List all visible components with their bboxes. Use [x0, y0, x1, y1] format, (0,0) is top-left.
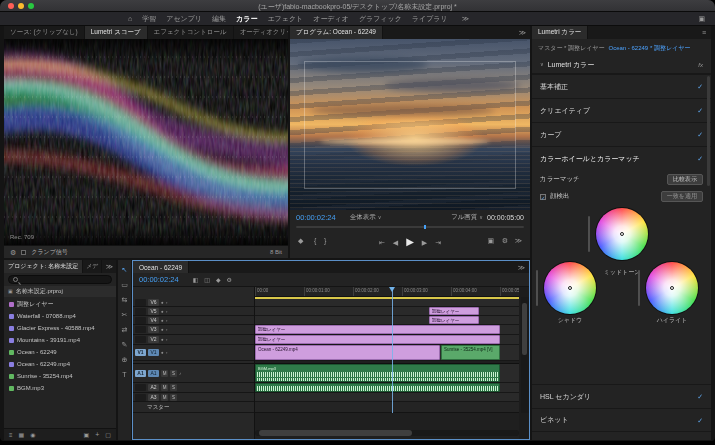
go-to-in-icon[interactable]: ⇤ — [379, 239, 385, 246]
section-basic-correction[interactable]: 基本補正✓ — [532, 74, 711, 98]
track-a1[interactable]: BGM.mp3 — [255, 363, 519, 383]
mute-button[interactable]: M — [161, 384, 168, 391]
minimize-window-button[interactable] — [18, 3, 24, 9]
clip-adjustment-layer[interactable]: 調整レイヤー — [429, 316, 479, 324]
section-hsl-secondary[interactable]: HSL セカンダリ✓ — [532, 384, 711, 408]
tab-source-monitor[interactable]: ソース: (クリップなし) — [4, 26, 85, 39]
effect-name[interactable]: Lumetri カラー — [548, 60, 595, 70]
label-swatch[interactable] — [9, 386, 14, 391]
track-output-icon[interactable]: ● — [161, 309, 164, 314]
label-swatch[interactable] — [9, 302, 14, 307]
timeline-overflow-icon[interactable]: ≫ — [518, 264, 525, 271]
track-header-v5[interactable]: V5 ● ▫ — [133, 307, 254, 316]
section-curves[interactable]: カーブ✓ — [532, 122, 711, 146]
list-item[interactable]: BGM.mp3 — [4, 382, 116, 394]
mute-button[interactable]: M — [161, 394, 168, 401]
highlights-wheel[interactable] — [646, 262, 698, 314]
voiceover-mic-icon[interactable]: ♪ — [179, 371, 181, 376]
tab-lumetri-color[interactable]: Lumetri カラー — [532, 26, 588, 39]
clip-adjustment-layer[interactable]: 調整レイヤー — [255, 325, 500, 334]
chevron-down-icon[interactable]: ∨ — [540, 62, 544, 67]
sequence-clip-label[interactable]: Ocean - 62249 * 調整レイヤー — [609, 44, 691, 53]
face-detect-checkbox[interactable]: ✓ — [540, 194, 546, 200]
horizontal-scroll-thumb[interactable] — [259, 430, 412, 436]
track-header-a1[interactable]: A1 A1 M S ♪ — [133, 363, 254, 383]
track-a3[interactable] — [255, 393, 519, 402]
mark-in-icon[interactable]: { — [314, 237, 316, 244]
track-lock-icon[interactable]: ▫ — [166, 327, 168, 332]
track-area[interactable]: 00:00 00:00:01:00 00:00:02:00 00:00:03:0… — [255, 287, 519, 439]
monitor-settings-icon[interactable]: ⚙ — [502, 237, 508, 244]
check-icon[interactable]: ✓ — [697, 107, 703, 114]
selection-tool-icon[interactable]: ↖ — [122, 266, 128, 274]
check-icon[interactable]: ✓ — [697, 393, 703, 400]
check-icon[interactable]: ✓ — [697, 83, 703, 90]
workspace-edit[interactable]: 編集 — [212, 14, 226, 24]
timeline-ruler[interactable]: 00:00 00:00:01:00 00:00:02:00 00:00:03:0… — [255, 287, 519, 297]
apply-match-button[interactable]: 一致を適用 — [661, 191, 703, 203]
highlights-slider[interactable] — [638, 270, 640, 306]
export-frame-icon[interactable]: ▣ — [487, 237, 494, 244]
track-header-v6[interactable]: V6 ● ▫ — [133, 299, 254, 307]
clip-adjustment-layer[interactable]: 調整レイヤー — [255, 335, 500, 344]
hand-zoom-tool-icon[interactable]: ⊕ — [122, 356, 128, 364]
solo-button[interactable]: S — [170, 370, 177, 377]
track-header-v4[interactable]: V4 ● ▫ — [133, 316, 254, 325]
section-creative[interactable]: クリエイティブ✓ — [532, 98, 711, 122]
zoom-level-select[interactable]: 全体表示∨ — [350, 213, 382, 222]
vertical-scrollbar[interactable] — [521, 297, 529, 413]
mini-playhead[interactable] — [424, 225, 426, 229]
icon-view-icon[interactable]: ▦ — [19, 432, 25, 438]
zoom-window-button[interactable] — [28, 3, 34, 9]
panels-icon[interactable]: ▣ — [698, 15, 705, 22]
track-output-icon[interactable]: ● — [161, 337, 164, 342]
clip-audio-secondary[interactable] — [255, 383, 500, 392]
timeline-settings-icon[interactable]: ⚙ — [227, 277, 232, 283]
shadows-wheel[interactable] — [544, 262, 596, 314]
label-swatch[interactable] — [9, 374, 14, 379]
track-header-a3[interactable]: A3 M S — [133, 393, 254, 402]
workspace-color[interactable]: カラー — [236, 14, 257, 24]
workspace-assembly[interactable]: アセンブリ — [166, 14, 202, 24]
track-select-tool-icon[interactable]: ▭ — [121, 281, 128, 289]
clip-adjustment-layer[interactable]: 調整レイヤー — [429, 307, 479, 315]
tab-lumetri-scopes[interactable]: Lumetri スコープ — [85, 26, 148, 39]
list-view-icon[interactable]: ≡ — [9, 432, 13, 438]
new-bin-icon[interactable]: ▣ — [84, 432, 90, 438]
track-header-v2[interactable]: V2 ● ▫ — [133, 335, 254, 345]
mute-button[interactable]: M — [161, 370, 168, 377]
list-item[interactable]: Ocean - 62249.mp4 — [4, 358, 116, 370]
label-swatch[interactable] — [9, 314, 14, 319]
track-v4[interactable]: 調整レイヤー — [255, 316, 519, 325]
label-swatch[interactable] — [9, 362, 14, 367]
source-patch-audio[interactable]: A1 — [135, 370, 146, 377]
lumetri-scrollbar[interactable] — [707, 76, 710, 186]
workspace-overflow-icon[interactable]: ≫ — [462, 15, 469, 22]
shadows-slider[interactable] — [536, 270, 538, 306]
step-back-icon[interactable]: ◀ — [393, 239, 398, 246]
track-lock-icon[interactable]: ▫ — [166, 318, 168, 323]
pen-tool-icon[interactable]: ✎ — [122, 341, 128, 349]
track-lock-icon[interactable]: ▫ — [166, 337, 168, 342]
tab-sequence[interactable]: Ocean - 62249 — [133, 261, 189, 273]
section-color-wheels[interactable]: カラーホイールとカラーマッチ✓ — [532, 146, 711, 170]
midtones-slider[interactable] — [588, 216, 590, 252]
fx-badge-icon[interactable]: fx — [698, 62, 703, 68]
add-marker-icon[interactable]: ◆ — [298, 237, 303, 244]
track-v5[interactable]: 調整レイヤー — [255, 307, 519, 316]
list-item[interactable]: Ocean - 62249 — [4, 346, 116, 358]
project-bin-row[interactable]: ▣ 名称未設定.prproj — [4, 286, 116, 297]
clip-sunrise-video[interactable]: Sunrise - 35254.mp4 [V] — [441, 345, 500, 360]
solo-button[interactable]: S — [170, 384, 177, 391]
list-item[interactable]: Sunrise - 35254.mp4 — [4, 370, 116, 382]
list-item[interactable]: Mountains - 39191.mp4 — [4, 334, 116, 346]
clamp-checkbox[interactable] — [21, 250, 26, 255]
workspace-effects[interactable]: エフェクト — [267, 14, 303, 24]
track-lock-icon[interactable]: ▫ — [166, 309, 168, 314]
linked-selection-icon[interactable]: ◫ — [204, 277, 210, 283]
label-swatch[interactable] — [9, 338, 14, 343]
track-v6[interactable] — [255, 299, 519, 307]
track-header-master[interactable]: マスター — [133, 402, 254, 413]
program-mini-timeline[interactable] — [296, 226, 524, 228]
tab-project[interactable]: プロジェクト: 名称未設定 — [4, 260, 83, 273]
